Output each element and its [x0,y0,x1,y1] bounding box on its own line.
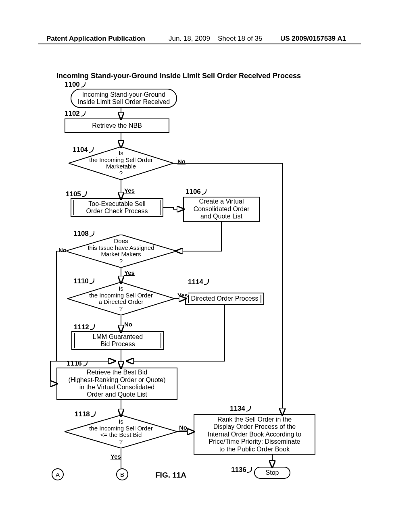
diagram-title: Incoming Stand-your-Ground Inside Limit … [56,72,301,80]
header-date-sheet: Jun. 18, 2009 Sheet 18 of 35 [169,35,263,43]
label-no-1118: No [179,424,187,431]
label-no-1110: No [124,321,132,328]
terminator-start: Incoming Stand-your-Ground Inside Limit … [71,89,177,108]
label-yes-1110: Yes [177,292,188,299]
header-sheet: Sheet 18 of 35 [218,35,263,42]
refnum-1112: 1112 [74,323,95,331]
subprocess-too-executable: Too-Executable Sell Order Check Process [71,198,163,217]
label-yes-1104: Yes [124,187,135,194]
decision-leq-best-bid: Is the Incoming Sell Order <= the Best B… [65,415,177,448]
refnum-1102: 1102 [65,110,86,118]
header-date: Jun. 18, 2009 [169,35,210,42]
label-yes-1108: Yes [124,269,135,276]
label-no-1104: No [177,158,186,165]
refnum-1105: 1105 [66,190,87,198]
refnum-1100: 1100 [65,81,86,89]
terminator-stop: Stop [254,467,290,479]
connector-a: A [52,468,64,480]
decision-directed-order: Is the Incoming Sell Order a Directed Or… [67,282,175,315]
process-rank-sell-order: Rank the Sell Order in the Display Order… [194,414,315,455]
label-no-1108: No [58,247,67,254]
decision-marketable: Is the Incoming Sell Order Marketable ? [69,147,173,180]
header-left: Patent Application Publication [46,35,145,43]
process-create-virtual-list: Create a Virtual Consolidated Order and … [183,197,260,222]
refnum-1114: 1114 [188,278,209,286]
subprocess-directed-order: Directed Order Process [185,293,264,305]
process-retrieve-best-bid: Retrieve the Best Bid (Highest-Ranking O… [56,368,177,400]
decision-market-makers: Does this Issue have Assigned Market Mak… [65,235,177,268]
refnum-1136: 1136 [231,466,252,474]
refnum-1106: 1106 [186,188,206,196]
label-yes-1118: Yes [111,453,121,460]
process-retrieve-nbb: Retrieve the NBB [65,118,169,133]
subprocess-lmm-guaranteed: LMM Guaranteed Bid Process [71,331,164,350]
refnum-1116: 1116 [67,360,88,368]
figure-label: FIG. 11A [155,471,186,480]
header-pubno: US 2009/0157539 A1 [280,35,346,43]
refnum-1134: 1134 [230,405,251,413]
connector-b: B [116,468,128,480]
